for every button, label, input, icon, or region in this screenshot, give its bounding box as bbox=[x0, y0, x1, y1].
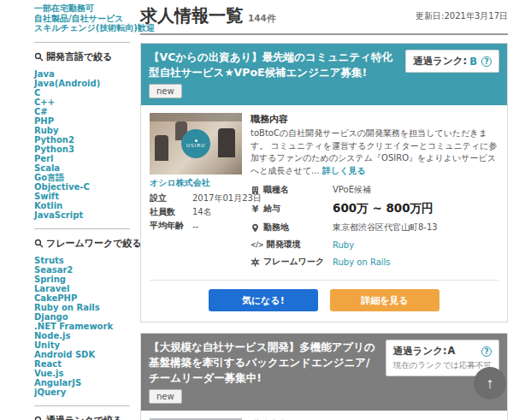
sidebar-link-remote[interactable]: 一部在宅勤務可 bbox=[34, 3, 130, 14]
sidebar-section-languages: 開発言語で絞る bbox=[34, 50, 130, 63]
favorite-button[interactable]: 気になる! bbox=[209, 289, 318, 311]
framework-value[interactable]: Ruby on Rails bbox=[333, 257, 391, 267]
job-card: 【大規模な自社サービス開発】多機能アプリの基盤構築を牽引するバックエンドエンジニ… bbox=[140, 333, 508, 420]
location-label: 勤務地 bbox=[251, 222, 333, 234]
avg-age-label: 平均年齢 bbox=[150, 219, 192, 233]
read-more-link[interactable]: 詳しく見る bbox=[322, 166, 366, 175]
header-divider bbox=[140, 33, 508, 35]
sidebar-divider bbox=[34, 42, 130, 43]
sidebar-item-framework[interactable]: jQuery bbox=[34, 387, 130, 397]
company-link[interactable]: オシロ株式会社 bbox=[150, 177, 242, 188]
sidebar-item-language[interactable]: C bbox=[34, 88, 130, 98]
rank-value: B bbox=[469, 56, 477, 68]
search-icon bbox=[34, 416, 44, 420]
sidebar-item-language[interactable]: Kotlin bbox=[34, 201, 130, 210]
sidebar-section-title: フレームワークで絞る bbox=[46, 237, 142, 250]
sidebar-section-title: 開発言語で絞る bbox=[46, 50, 113, 63]
sidebar-item-framework[interactable]: Ruby on Rails bbox=[34, 303, 130, 312]
new-badge: new bbox=[149, 84, 182, 98]
sidebar-item-language[interactable]: PHP bbox=[34, 116, 130, 126]
job-type-label: 職種名 bbox=[251, 184, 333, 196]
sidebar-item-framework[interactable]: Unity bbox=[34, 340, 130, 350]
code-icon: </> bbox=[251, 241, 263, 249]
sidebar-item-language[interactable]: Python3 bbox=[34, 145, 130, 154]
job-description: toBtoCの自社開発サービスの開発業務を担当していただきます。 コミュニティを… bbox=[251, 127, 498, 177]
sidebar-section-title: 通過ランクで絞る bbox=[46, 414, 122, 420]
job-list-main: 求人情報一覧144件 更新日:2021年3月17日 【VCからの出資あり】最先端… bbox=[135, 0, 513, 420]
rank-label: 通過ランク: bbox=[393, 345, 447, 357]
sidebar-item-language[interactable]: Go言語 bbox=[34, 173, 130, 182]
sidebar-item-framework[interactable]: Django bbox=[34, 312, 130, 322]
result-count: 144件 bbox=[248, 13, 275, 23]
sidebar-item-framework[interactable]: Seasar2 bbox=[34, 265, 130, 275]
sidebar-item-language[interactable]: Swift bbox=[34, 192, 130, 201]
sidebar-item-language[interactable]: C# bbox=[34, 107, 130, 116]
description-text: toBtoCの自社開発サービスの開発業務を担当していただきます。 コミュニティを… bbox=[251, 128, 498, 175]
filter-sidebar: 一部在宅勤務可 自社製品/自社サービス スキルチェンジ(技術転向)歓迎 開発言語… bbox=[0, 0, 135, 420]
sidebar-item-framework[interactable]: .NET Framework bbox=[34, 322, 130, 331]
job-title: 【VCからの出資あり】最先端のコミュニティ特化型自社サービス★VPoE候補エンジ… bbox=[149, 50, 398, 80]
building-icon bbox=[251, 186, 260, 195]
sidebar-item-framework[interactable]: AngularJS bbox=[34, 378, 130, 387]
scroll-to-top-button[interactable]: ↑ bbox=[474, 367, 506, 399]
job-type-value: VPoE候補 bbox=[333, 184, 371, 196]
sidebar-item-language[interactable]: Objective-C bbox=[34, 182, 130, 192]
company-photo: OSIRO bbox=[150, 113, 242, 175]
sidebar-item-language[interactable]: JavaScript bbox=[34, 210, 130, 220]
page: 一部在宅勤務可 自社製品/自社サービス スキルチェンジ(技術転向)歓迎 開発言語… bbox=[0, 0, 513, 420]
detail-button[interactable]: 詳細を見る bbox=[330, 289, 439, 311]
dev-env-label: </> 開発環境 bbox=[251, 239, 333, 251]
location-value: 東京都渋谷区代官山町8-13 bbox=[333, 222, 438, 234]
sidebar-item-language[interactable]: Ruby bbox=[34, 126, 130, 135]
location-pin-icon bbox=[251, 223, 260, 233]
rank-label: 通過ランク: bbox=[413, 55, 467, 68]
founded-label: 設立 bbox=[150, 192, 192, 205]
sidebar-item-framework[interactable]: Struts bbox=[34, 256, 130, 265]
sidebar-item-language[interactable]: Perl bbox=[34, 154, 130, 163]
job-title: 【大規模な自社サービス開発】多機能アプリの基盤構築を牽引するバックエンドエンジニ… bbox=[149, 340, 379, 386]
sidebar-item-framework[interactable]: CakePHP bbox=[34, 293, 130, 303]
sidebar-section-rank: 通過ランクで絞る bbox=[34, 414, 130, 420]
sidebar-divider bbox=[34, 405, 130, 406]
help-icon[interactable]: ? bbox=[481, 346, 492, 357]
sidebar-divider bbox=[34, 228, 130, 229]
sidebar-link-inhouse[interactable]: 自社製品/自社サービス bbox=[34, 14, 130, 24]
updated-date: 更新日:2021年3月17日 bbox=[416, 5, 508, 22]
help-icon[interactable]: ? bbox=[481, 56, 492, 67]
rank-badge: 通過ランク:B? bbox=[405, 50, 499, 73]
search-icon bbox=[34, 52, 44, 62]
gear-icon bbox=[251, 257, 260, 267]
page-title-text: 求人情報一覧 bbox=[140, 5, 243, 26]
sidebar-item-framework[interactable]: Node.js bbox=[34, 331, 130, 340]
description-heading: 職務内容 bbox=[251, 113, 498, 126]
sidebar-item-language[interactable]: Java(Android) bbox=[34, 79, 130, 88]
sidebar-item-framework[interactable]: React bbox=[34, 359, 130, 369]
framework-list: Struts Seasar2 Spring Laravel CakePHP Ru… bbox=[34, 256, 130, 397]
language-list: Java Java(Android) C C++ C# PHP Ruby Pyt… bbox=[34, 69, 130, 220]
sidebar-item-framework[interactable]: Laravel bbox=[34, 284, 130, 293]
company-logo: OSIRO bbox=[181, 129, 210, 158]
salary-label: ¥ 給与 bbox=[251, 203, 333, 215]
job-card-header: 【大規模な自社サービス開発】多機能アプリの基盤構築を牽引するバックエンドエンジニ… bbox=[141, 334, 507, 411]
up-arrow-icon: ↑ bbox=[486, 375, 494, 392]
dev-env-value[interactable]: Ruby bbox=[333, 240, 354, 250]
sidebar-item-language[interactable]: Python2 bbox=[34, 135, 130, 145]
sidebar-item-framework[interactable]: Vue.js bbox=[34, 369, 130, 378]
salary-value: 600万 ~ 800万円 bbox=[333, 201, 433, 216]
job-card: 【VCからの出資あり】最先端のコミュニティ特化型自社サービス★VPoE候補エンジ… bbox=[140, 43, 508, 322]
company-meta: 設立2017年01月23日 社員数14名 平均年齢-- bbox=[150, 192, 262, 233]
sidebar-item-framework[interactable]: Android SDK bbox=[34, 350, 130, 359]
rank-note: 現在のランクでは応募不可 bbox=[393, 360, 492, 371]
sidebar-link-skillchange[interactable]: スキルチェンジ(技術転向)歓迎 bbox=[34, 23, 130, 33]
employees-label: 社員数 bbox=[150, 205, 192, 219]
sidebar-item-language[interactable]: C++ bbox=[34, 98, 130, 107]
sidebar-section-frameworks: フレームワークで絞る bbox=[34, 237, 130, 250]
job-card-header: 【VCからの出資あり】最先端のコミュニティ特化型自社サービス★VPoE候補エンジ… bbox=[141, 44, 507, 105]
page-title: 求人情報一覧144件 bbox=[140, 5, 275, 28]
sidebar-item-framework[interactable]: Spring bbox=[34, 275, 130, 284]
new-badge: new bbox=[149, 389, 182, 404]
sidebar-item-language[interactable]: Java bbox=[34, 69, 130, 79]
sidebar-item-language[interactable]: Scala bbox=[34, 163, 130, 173]
yen-icon: ¥ bbox=[251, 204, 260, 215]
rank-value: A bbox=[448, 345, 456, 357]
